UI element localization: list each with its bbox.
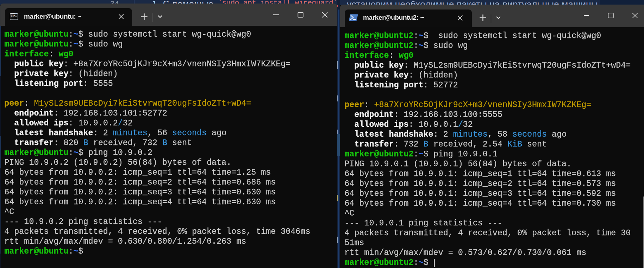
svg-text:C:\: C:\ <box>11 14 14 17</box>
